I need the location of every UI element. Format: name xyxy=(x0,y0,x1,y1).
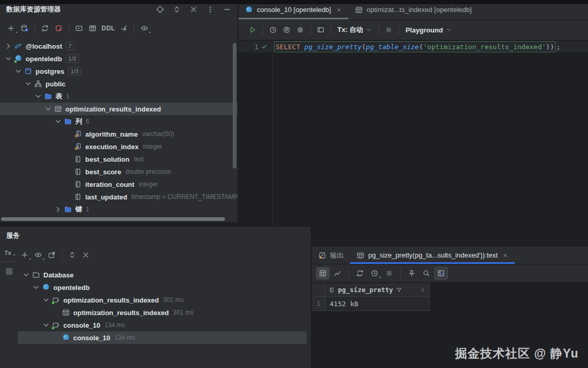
tab-pg_size_pretty-pg_ta-sults_indexed-text[interactable]: pg_size_pretty(pg_ta...sults_indexed')):… xyxy=(350,247,515,264)
tree-item-best_score[interactable]: best_scoredouble precision xyxy=(0,165,238,178)
tree-item--localhost[interactable]: @localhost7 xyxy=(0,40,238,52)
stop-square-icon[interactable] xyxy=(6,268,13,275)
search-button[interactable] xyxy=(420,267,433,280)
open-table-button[interactable] xyxy=(86,22,99,35)
chevron-down-icon[interactable] xyxy=(14,67,22,75)
code-line-1[interactable]: 1 SELECT pg_size_pretty(pg_table_size('o… xyxy=(239,41,588,52)
tree-item-best_solution[interactable]: best_solutiontext xyxy=(0,153,238,165)
chevron-down-icon[interactable] xyxy=(42,321,50,329)
chevron-down-icon[interactable] xyxy=(22,271,30,279)
chevron-down-icon[interactable] xyxy=(54,117,62,126)
tree-item-execution_index[interactable]: execution_indexinteger xyxy=(0,140,238,153)
session-icon xyxy=(52,321,60,329)
run-button[interactable] xyxy=(246,24,259,36)
tree-item-last_updated[interactable]: last_updatedtimestamp = CURRENT_TIMESTAM… xyxy=(0,191,238,203)
explorer-vertical-scrollbar[interactable] xyxy=(233,43,236,169)
open-in-new-button[interactable] xyxy=(45,249,59,261)
tx-tab[interactable]: Tx xyxy=(5,250,14,256)
grid-view-button[interactable] xyxy=(316,267,330,280)
token-keyword: SELECT xyxy=(276,43,304,51)
expand-all-button[interactable] xyxy=(172,3,182,16)
chevron-spacer xyxy=(52,333,60,342)
tree-item-console_10[interactable]: console_10134 ms xyxy=(18,319,307,331)
refresh-button[interactable] xyxy=(38,22,52,35)
tree-item--[interactable]: 列6 xyxy=(0,115,238,128)
chevron-spacer xyxy=(52,308,60,317)
tree-item-console_10[interactable]: console_10134 ms xyxy=(18,331,307,344)
explorer-horizontal-scrollbar[interactable] xyxy=(1,217,225,221)
row-number[interactable]: 1 xyxy=(312,297,325,310)
tree-item-openteledb[interactable]: openteledb1/3 xyxy=(0,52,238,65)
jump-to-ddl-button[interactable] xyxy=(117,22,131,35)
tree-item-optimization_results_indexed[interactable]: optimization_results_indexed301 ms xyxy=(18,306,307,319)
more-button[interactable] xyxy=(205,3,216,16)
add-button[interactable] xyxy=(4,22,18,35)
clock-button[interactable] xyxy=(368,267,381,280)
data-source-properties-button[interactable] xyxy=(18,22,31,35)
sql-statement[interactable]: SELECT pg_size_pretty(pg_table_size('opt… xyxy=(274,41,556,52)
tree-item-openteledb[interactable]: openteledb xyxy=(18,281,307,294)
close-icon[interactable] xyxy=(502,252,508,259)
tab--[interactable]: 输出 xyxy=(312,247,350,264)
sql-editor[interactable]: 1 SELECT pg_size_pretty(pg_table_size('o… xyxy=(239,40,588,242)
filter-funnel-icon[interactable] xyxy=(396,287,402,293)
chevron-down-icon[interactable] xyxy=(42,296,50,304)
chevron-down-icon xyxy=(14,254,16,256)
playground-button[interactable]: Playground xyxy=(402,24,455,36)
chevron-down-icon[interactable] xyxy=(4,54,13,63)
pin-button[interactable] xyxy=(405,267,419,280)
eye-button[interactable] xyxy=(31,249,45,261)
chevron-right-icon[interactable] xyxy=(54,205,62,214)
gear-button[interactable] xyxy=(293,24,307,36)
tree-item-optimization_results_indexed[interactable]: optimization_results_indexed xyxy=(0,103,238,115)
eye-button[interactable] xyxy=(138,22,151,35)
ddl-button[interactable]: DDL xyxy=(99,22,117,35)
add-button[interactable] xyxy=(18,249,31,261)
tree-item-iteration_count[interactable]: iteration_countinteger xyxy=(0,178,238,191)
tree-item--[interactable]: 表1 xyxy=(0,90,238,103)
clock-button[interactable] xyxy=(266,24,280,36)
tree-item-algorithm_name[interactable]: algorithm_namevarchar(50) xyxy=(0,128,238,140)
tree-item-label: openteledb xyxy=(53,284,89,292)
sort-order-icon[interactable] xyxy=(420,287,426,293)
chevron-right-icon[interactable] xyxy=(4,42,13,50)
tree-item-optimization_results_indexed[interactable]: optimization_results_indexed301 ms xyxy=(18,294,307,306)
chevron-down-icon[interactable] xyxy=(44,105,52,113)
postgres-icon xyxy=(42,283,50,292)
inline-result-button[interactable] xyxy=(314,24,327,36)
locate-button[interactable] xyxy=(155,3,165,16)
stop-button[interactable] xyxy=(382,267,396,280)
column-icon xyxy=(74,193,82,201)
query-console-button[interactable] xyxy=(72,22,86,35)
gutter-separator xyxy=(273,40,273,242)
collapse-all-button[interactable] xyxy=(188,3,199,16)
refresh-icon xyxy=(41,24,49,32)
chevron-down-icon[interactable] xyxy=(24,80,32,88)
stop-button[interactable] xyxy=(382,24,395,36)
toolbar-separator xyxy=(134,24,134,33)
p-circle-button[interactable] xyxy=(280,24,293,36)
tree-item-postgres[interactable]: postgres1/3 xyxy=(0,65,238,77)
postgres-icon xyxy=(62,333,70,342)
expand-all-button[interactable] xyxy=(65,249,79,261)
tree-item-Database[interactable]: Database xyxy=(18,269,307,281)
minimize-button[interactable] xyxy=(222,3,232,16)
chevron-down-icon[interactable] xyxy=(34,92,42,101)
tree-item-public[interactable]: public xyxy=(0,77,238,90)
postgres-icon xyxy=(14,54,22,63)
disconnect-button[interactable] xyxy=(52,22,65,35)
chevron-down-icon[interactable] xyxy=(32,283,40,292)
close-icon[interactable] xyxy=(336,7,342,13)
services-side-toolbar: Tx xyxy=(0,244,18,368)
refresh-button[interactable] xyxy=(353,267,367,280)
collapse-all-button[interactable] xyxy=(79,249,93,261)
grid-cell[interactable]: 4152 kB xyxy=(325,297,429,310)
services-tree: Databaseopenteledboptimization_results_i… xyxy=(18,269,307,344)
chart-button[interactable] xyxy=(331,267,344,280)
tree-item--[interactable]: 键1 xyxy=(0,203,238,216)
grid-corner[interactable] xyxy=(312,283,325,296)
transpose-filter-button[interactable] xyxy=(434,267,448,280)
tx-mode-button[interactable]: Tx: 自动 xyxy=(334,24,375,36)
query-console-icon xyxy=(75,24,83,32)
grid-column-header[interactable]: pg_size_pretty xyxy=(325,283,429,296)
